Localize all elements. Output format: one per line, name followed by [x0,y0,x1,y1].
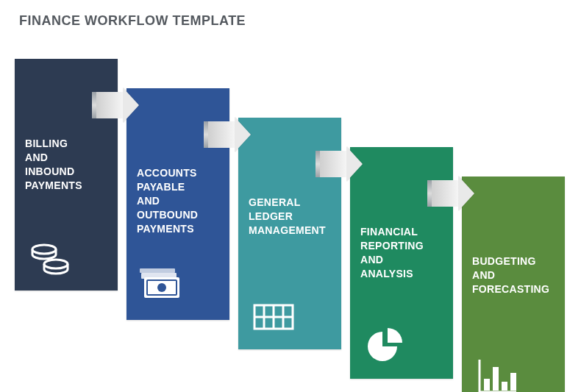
svg-point-1 [44,260,68,268]
bar-chart-icon [475,357,519,392]
coins-icon [28,239,72,277]
ledger-grid-icon [252,298,296,336]
svg-rect-17 [510,373,516,391]
svg-rect-6 [140,268,175,273]
workflow-card-label: ACCOUNTS PAYABLE AND OUTBOUND PAYMENTS [137,166,219,235]
cash-icon [140,268,184,307]
arrow-connector [204,121,248,148]
workflow-stage: BILLING AND INBOUND PAYMENTS ACCOUNTS PA… [0,0,581,392]
svg-rect-15 [493,367,499,391]
workflow-card-budgeting: BUDGETING AND FORECASTING [462,177,565,392]
arrow-connector [316,151,360,177]
pie-chart-icon [363,327,407,366]
svg-rect-5 [141,273,177,279]
svg-point-0 [32,245,56,254]
svg-rect-14 [484,379,490,391]
svg-rect-16 [502,382,507,391]
workflow-card-label: BILLING AND INBOUND PAYMENTS [25,137,107,193]
arrow-connector [92,92,136,118]
arrow-connector [427,180,471,207]
svg-point-4 [157,283,166,292]
workflow-card-label: BUDGETING AND FORECASTING [472,254,555,296]
workflow-card-label: GENERAL LEDGER MANAGEMENT [249,196,331,238]
workflow-card-label: FINANCIAL REPORTING AND ANALYSIS [360,225,443,281]
